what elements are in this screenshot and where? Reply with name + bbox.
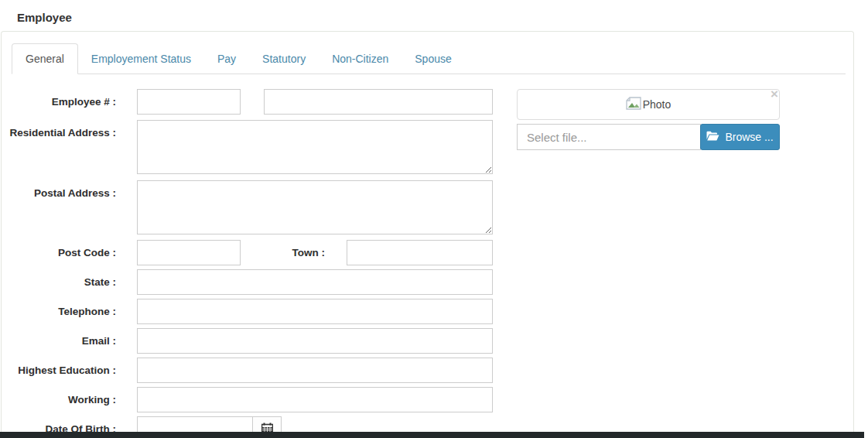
browse-button[interactable]: Browse ... [700,124,780,150]
state-label: State : [0,269,116,295]
post-code-label: Post Code : [0,240,116,265]
employee-number-secondary-input[interactable] [264,89,493,115]
telephone-input[interactable] [137,299,493,324]
employee-number-label: Employee # : [0,89,116,115]
town-label: Town : [209,240,325,265]
photo-preview-box: Photo [517,89,780,120]
highest-education-label: Highest Education : [0,358,116,383]
state-input[interactable] [137,269,493,295]
residential-address-label: Residential Address : [0,120,116,145]
working-label: Working : [0,387,116,412]
email-label: Email : [0,328,116,354]
postal-address-textarea[interactable] [137,180,493,234]
bottom-bar [0,432,864,438]
residential-address-textarea[interactable] [137,120,493,174]
working-input[interactable] [137,387,493,412]
telephone-label: Telephone : [0,299,116,324]
email-input[interactable] [137,328,493,354]
general-form: Employee # : Residential Address : Posta… [0,0,868,438]
browse-button-label: Browse ... [725,131,773,143]
file-name-input[interactable] [517,124,701,150]
broken-image-icon [626,97,641,112]
highest-education-input[interactable] [137,358,493,383]
postal-address-label: Postal Address : [0,180,116,206]
close-icon[interactable]: × [767,87,782,102]
photo-alt-text: Photo [643,98,672,111]
employee-number-input[interactable] [137,89,241,115]
folder-open-icon [706,131,719,143]
town-input[interactable] [347,240,493,265]
